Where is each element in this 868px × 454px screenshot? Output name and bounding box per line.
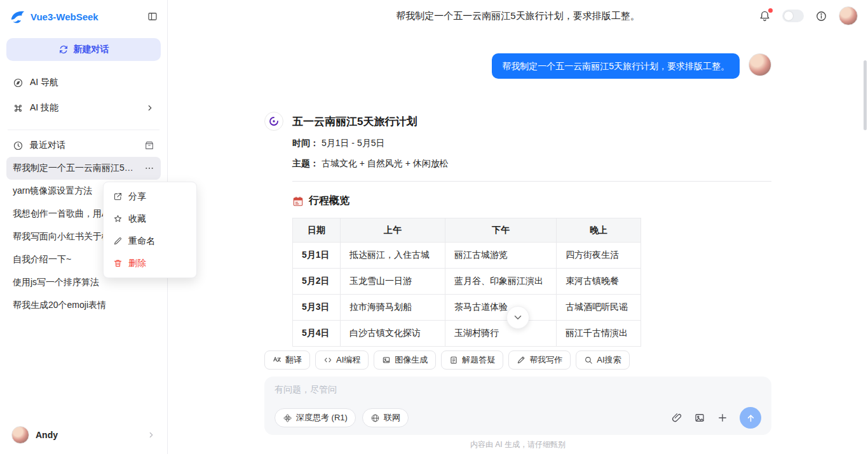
chat-history-item[interactable]: 帮我制定一个五一云南丽江5天旅...: [6, 157, 161, 180]
sidebar-item-ai-nav[interactable]: AI 导航: [6, 70, 161, 95]
message-input[interactable]: [275, 384, 761, 402]
conversation-title: 帮我制定一个五一云南丽江5天旅行计划，要求排版工整。: [396, 10, 639, 22]
archive-icon[interactable]: [144, 140, 154, 150]
itinerary-section-heading: 行程概览: [292, 194, 771, 208]
ai-disclaimer: 内容由 AI 生成，请仔细甄别: [168, 435, 868, 454]
quick-action-ai-search[interactable]: AI搜索: [576, 351, 629, 370]
context-menu-share[interactable]: 分享: [107, 185, 193, 208]
refresh-chat-icon: [58, 44, 69, 55]
plan-title: 五一云南丽江5天旅行计划: [292, 112, 771, 129]
quick-action-image-gen[interactable]: 图像生成: [374, 351, 436, 370]
rename-icon: [113, 236, 123, 246]
search-icon: [584, 356, 593, 364]
image-icon: [382, 356, 391, 364]
col-header-date: 日期: [293, 218, 341, 243]
scroll-to-bottom-button[interactable]: [506, 306, 529, 329]
chevron-right-icon: [146, 103, 154, 112]
command-icon: [13, 103, 24, 114]
new-chat-label: 新建对话: [74, 44, 109, 55]
user-message-row: 帮我制定一个五一云南丽江5天旅行计划，要求排版工整。: [264, 53, 771, 79]
brand: Vue3-WebSeek: [6, 0, 161, 33]
sidebar-collapse-icon[interactable]: [147, 11, 158, 22]
recent-chats-header: 最近对话: [6, 134, 161, 157]
table-row: 5月4日 白沙古镇文化探访 玉湖村骑行 丽江千古情演出: [293, 321, 641, 347]
table-row: 5月2日 玉龙雪山一日游 蓝月谷、印象丽江演出 束河古镇晚餐: [293, 269, 641, 295]
notifications-bell-icon[interactable]: [759, 10, 771, 22]
chat-item-context-menu: 分享 收藏 重命名 删除: [103, 182, 197, 278]
info-icon[interactable]: [815, 10, 827, 22]
app-window: Vue3-WebSeek 新建对话 AI 导航: [0, 0, 868, 454]
topbar-controls: [759, 0, 858, 32]
chevron-right-icon: [147, 431, 156, 439]
upload-image-icon[interactable]: [694, 412, 705, 424]
theme-toggle[interactable]: [782, 10, 804, 22]
quick-action-writing[interactable]: 帮我写作: [508, 351, 571, 370]
send-button[interactable]: [740, 407, 761, 429]
topbar: 帮我制定一个五一云南丽江5天旅行计划，要求排版工整。: [168, 0, 868, 32]
share-icon: [113, 192, 123, 201]
user-avatar: [11, 426, 29, 444]
quick-action-qa[interactable]: 解题答疑: [441, 351, 503, 370]
user-message-avatar: [749, 53, 771, 76]
col-header-afternoon: 下午: [445, 218, 557, 243]
plan-time: 时间： 5月1日 - 5月5日: [292, 138, 771, 149]
history-icon: [13, 140, 24, 151]
sidebar-item-ai-skill[interactable]: AI 技能: [6, 95, 161, 121]
composer-actions: [671, 407, 761, 429]
compass-icon: [13, 77, 24, 88]
recent-chats-label: 最近对话: [30, 140, 65, 151]
table-row: 5月1日 抵达丽江，入住古城 丽江古城游览 四方街夜生活: [293, 243, 641, 269]
content-divider: [292, 181, 771, 182]
calendar-icon: [292, 196, 304, 207]
ai-message-body: 五一云南丽江5天旅行计划 时间： 5月1日 - 5月5日 主题： 古城文化 + …: [292, 112, 771, 347]
app-logo-icon: [9, 8, 25, 25]
notification-dot: [768, 8, 773, 13]
more-options-icon[interactable]: [144, 163, 154, 173]
sidebar-divider: [8, 130, 159, 130]
context-menu-rename[interactable]: 重命名: [107, 230, 193, 252]
main-area: 帮我制定一个五一云南丽江5天旅行计划，要求排版工整。: [168, 0, 868, 454]
code-icon: [323, 356, 332, 364]
deep-think-toggle[interactable]: 深度思考 (R1): [275, 408, 356, 427]
chevron-down-icon: [512, 312, 524, 323]
context-menu-delete[interactable]: 删除: [107, 252, 193, 274]
plan-theme: 主题： 古城文化 + 自然风光 + 休闲放松: [292, 158, 771, 170]
new-chat-button[interactable]: 新建对话: [6, 38, 161, 61]
table-row: 5月3日 拉市海骑马划船 茶马古道体验 古城酒吧听民谣: [293, 295, 641, 321]
quick-action-translate[interactable]: 翻译: [264, 351, 310, 370]
user-name: Andy: [36, 430, 58, 440]
profile-avatar[interactable]: [839, 6, 858, 25]
sidebar-item-label: AI 技能: [30, 102, 58, 114]
assistant-avatar: [264, 112, 283, 131]
trash-icon: [113, 258, 123, 268]
quick-action-ai-coding[interactable]: AI编程: [315, 351, 369, 370]
deepthink-atom-icon: [283, 413, 292, 423]
web-search-toggle[interactable]: 联网: [362, 408, 409, 427]
globe-icon: [370, 413, 380, 423]
user-message-bubble: 帮我制定一个五一云南丽江5天旅行计划，要求排版工整。: [492, 53, 740, 79]
quick-actions-row: 翻译 AI编程 图像生成: [264, 351, 771, 370]
table-header-row: 日期 上午 下午 晚上: [293, 218, 641, 243]
col-header-evening: 晚上: [557, 218, 641, 243]
col-header-morning: 上午: [341, 218, 445, 243]
composer-toolbar: 深度思考 (R1) 联网: [275, 407, 761, 429]
itinerary-section-title: 行程概览: [309, 194, 349, 208]
itinerary-table: 日期 上午 下午 晚上 5月1日 抵达丽江，入住古城 丽: [292, 218, 641, 347]
chat-scroll-area: 帮我制定一个五一云南丽江5天旅行计划，要求排版工整。 五一云南丽江5天旅行计划 …: [168, 32, 868, 351]
pen-icon: [517, 356, 526, 364]
context-menu-favorite[interactable]: 收藏: [107, 208, 193, 230]
user-account-row[interactable]: Andy: [6, 422, 161, 448]
chat-history-item[interactable]: 帮我生成20个emoji表情: [6, 294, 161, 317]
translate-icon: [273, 356, 281, 364]
plus-icon[interactable]: [717, 412, 728, 424]
brand-name: Vue3-WebSeek: [31, 11, 147, 22]
message-composer: 深度思考 (R1) 联网: [264, 377, 771, 435]
star-icon: [113, 214, 123, 224]
sidebar-item-label: AI 导航: [30, 77, 58, 88]
vertical-scrollbar-thumb[interactable]: [864, 60, 867, 130]
arrow-up-icon: [745, 413, 756, 424]
attachment-paperclip-icon[interactable]: [671, 412, 682, 424]
document-icon: [449, 356, 458, 364]
